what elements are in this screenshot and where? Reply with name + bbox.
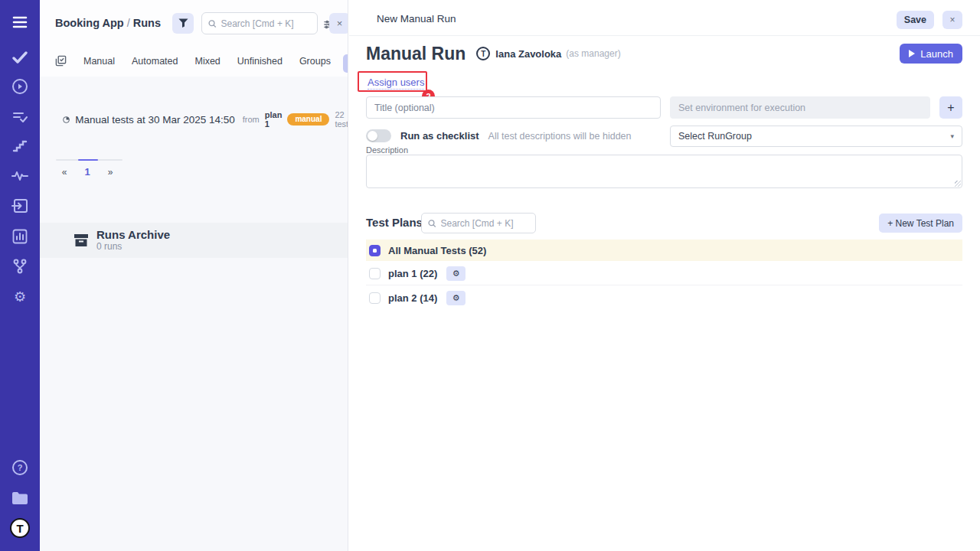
test-plans-search-input[interactable] <box>441 218 530 229</box>
run-title: Manual tests at 30 Mar 2025 14:50 <box>75 114 235 126</box>
close-button[interactable]: × <box>942 11 962 29</box>
breadcrumb: Booking App/Runs <box>55 17 161 29</box>
filter-button[interactable] <box>172 13 194 34</box>
app-sidebar: ⚙ ? T <box>0 0 40 551</box>
search-icon <box>208 19 217 28</box>
environment-input[interactable] <box>670 96 930 119</box>
annotation-highlight-box: Assign users 2 <box>358 71 427 92</box>
sign-in-icon[interactable] <box>0 195 40 217</box>
description-textarea[interactable] <box>366 155 962 188</box>
runs-tabs: Manual Automated Mixed Unfinished Groups <box>55 55 331 67</box>
runs-list-panel: Booking App/Runs × Manual Automated Mixe… <box>40 0 348 551</box>
select-all-icon[interactable] <box>55 55 67 67</box>
svg-text:?: ? <box>18 463 23 472</box>
panel-close-button[interactable]: × <box>329 13 348 34</box>
new-run-topbar-title: New Manual Run <box>377 13 456 24</box>
pagination-page-1[interactable]: 1 <box>81 166 93 178</box>
run-title-input[interactable] <box>366 96 661 119</box>
new-run-panel: New Manual Run Save × Manual Run T Iana … <box>349 0 980 551</box>
checklist-hint: All test descriptions will be hidden <box>488 131 632 142</box>
assign-users-link[interactable]: Assign users <box>368 77 424 90</box>
tab-unfinished[interactable]: Unfinished <box>237 56 283 67</box>
breadcrumb-project[interactable]: Booking App <box>55 17 124 29</box>
app-logo[interactable]: T <box>10 518 30 538</box>
plan-checkbox[interactable] <box>369 268 381 279</box>
run-plan-name: plan 1 <box>265 110 283 129</box>
run-list-item[interactable]: Manual tests at 30 Mar 2025 14:50 from p… <box>63 110 348 129</box>
add-environment-button[interactable]: + <box>939 96 962 119</box>
menu-icon[interactable] <box>0 11 40 33</box>
new-test-plan-button[interactable]: + New Test Plan <box>879 214 962 233</box>
tab-automated[interactable]: Automated <box>132 56 178 67</box>
plan-checkbox-checked[interactable] <box>369 245 381 256</box>
check-icon[interactable] <box>0 47 40 68</box>
runs-archive-row[interactable]: Runs Archive 0 runs <box>40 223 348 258</box>
list-check-icon[interactable] <box>0 106 40 128</box>
checklist-option-row: Run as checklist All test descriptions w… <box>366 129 632 142</box>
description-label: Description <box>366 145 408 155</box>
test-plans-heading: Test Plans <box>366 216 423 229</box>
gear-icon[interactable]: ⚙ <box>0 286 40 308</box>
owner-role: (as manager) <box>566 48 620 59</box>
plan-checkbox[interactable] <box>369 292 381 304</box>
run-as-checklist-toggle[interactable] <box>366 129 391 142</box>
run-tests-count: 22 tests <box>335 110 348 129</box>
activity-icon[interactable] <box>0 165 40 187</box>
run-status-icon <box>63 115 70 125</box>
tabs-overflow-pill <box>343 54 348 73</box>
run-from-label: from <box>243 115 260 124</box>
owner-avatar: T <box>476 47 490 60</box>
rungroup-select[interactable]: Select RunGroup ▾ <box>670 126 962 147</box>
chevron-down-icon: ▾ <box>950 132 954 140</box>
new-run-topbar: New Manual Run Save × <box>349 0 980 36</box>
play-icon <box>909 50 915 57</box>
plan-row-all-manual[interactable]: All Manual Tests (52) <box>366 240 962 261</box>
plan-settings-button[interactable]: ⚙ <box>446 291 466 305</box>
plan-row-plan2[interactable]: plan 2 (14) ⚙ <box>366 286 962 309</box>
tab-mixed[interactable]: Mixed <box>194 56 220 67</box>
plan-label: plan 2 (14) <box>388 292 437 304</box>
breadcrumb-current: Runs <box>133 17 161 29</box>
list-scrollbar-thumb[interactable] <box>78 159 98 161</box>
play-circle-icon[interactable] <box>0 76 40 97</box>
toggle-knob <box>368 131 377 141</box>
tab-groups[interactable]: Groups <box>299 56 331 67</box>
steps-icon[interactable] <box>0 135 40 157</box>
archive-box-icon <box>74 233 89 247</box>
run-header: Manual Run T Iana Zavoloka (as manager) … <box>366 41 962 66</box>
plan-settings-button[interactable]: ⚙ <box>446 266 466 281</box>
pagination: « 1 » <box>58 166 116 178</box>
pagination-prev[interactable]: « <box>58 167 70 178</box>
bar-chart-icon[interactable] <box>0 226 40 247</box>
help-icon[interactable]: ? <box>0 457 40 478</box>
archive-count: 0 runs <box>96 241 170 252</box>
folder-icon[interactable] <box>0 487 40 509</box>
page-title: Manual Run <box>366 44 466 64</box>
tab-manual[interactable]: Manual <box>83 56 115 67</box>
breadcrumb-separator: / <box>124 17 133 29</box>
plan-row-plan1[interactable]: plan 1 (22) ⚙ <box>366 262 962 285</box>
plan-label: All Manual Tests (52) <box>388 245 486 256</box>
checklist-label: Run as checklist <box>400 130 479 142</box>
git-branch-icon[interactable] <box>0 256 40 277</box>
textarea-resize-grip[interactable] <box>955 181 961 187</box>
launch-button[interactable]: Launch <box>900 44 962 64</box>
search-icon <box>428 219 436 228</box>
archive-title: Runs Archive <box>96 229 170 242</box>
rungroup-selected-value: Select RunGroup <box>678 131 752 142</box>
list-scrollbar-track <box>56 159 122 161</box>
pagination-next[interactable]: » <box>104 167 116 178</box>
run-type-badge: manual <box>287 113 329 126</box>
runs-search-input[interactable] <box>221 18 311 29</box>
funnel-icon <box>178 18 188 28</box>
save-button[interactable]: Save <box>897 11 934 29</box>
test-plans-search[interactable] <box>421 213 536 233</box>
owner-name: Iana Zavoloka <box>495 48 561 60</box>
runs-search[interactable] <box>201 12 318 34</box>
plan-label: plan 1 (22) <box>388 268 437 279</box>
